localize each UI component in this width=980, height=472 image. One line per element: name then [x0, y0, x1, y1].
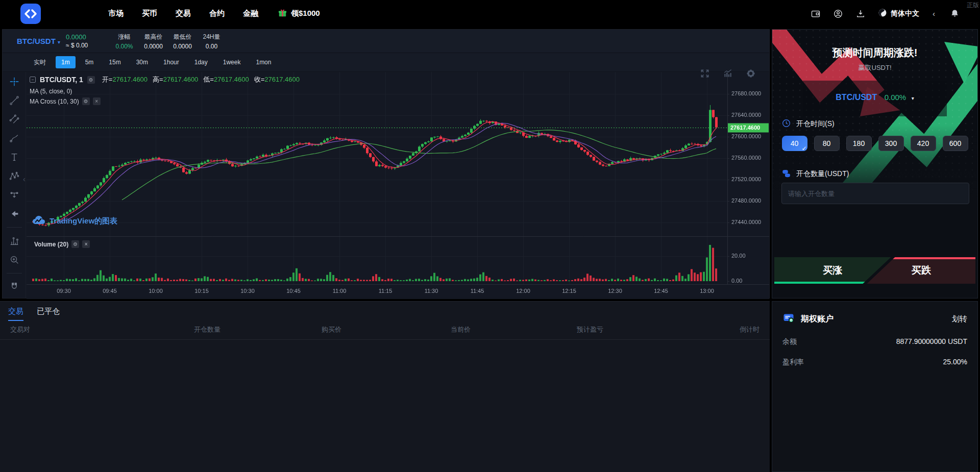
account-rows: 余额8877.90000000 USDT盈利率25.00%	[782, 337, 967, 367]
orders-tab-1[interactable]: 已平仓	[37, 307, 60, 321]
notification-bell-icon[interactable]	[949, 9, 960, 19]
crosshair-icon[interactable]	[9, 76, 20, 87]
orders-tabs: 交易已平仓	[0, 302, 770, 321]
legend-symbol: BTC/USDT, 1	[40, 76, 83, 84]
account-panel: 期权账户 划转 余额8877.90000000 USDT盈利率25.00%	[772, 301, 978, 472]
chart-panel: BTC/USDT ▾ 0.0000 ≈ $ 0.00 涨幅0.00%最高价0.0…	[2, 29, 770, 299]
ticker-bar: BTC/USDT ▾ 0.0000 ≈ $ 0.00 涨幅0.00%最高价0.0…	[3, 30, 769, 53]
language-label: 简体中文	[891, 9, 919, 18]
amount-input[interactable]	[781, 183, 969, 204]
wallet-icon[interactable]	[811, 9, 821, 19]
top-navbar: 市场买币交易合约金融 领$1000 简体中文 ‹	[0, 0, 980, 27]
interval-1m[interactable]: 1m	[56, 56, 76, 68]
pattern-icon[interactable]	[9, 170, 20, 182]
nav-item-0[interactable]: 市场	[108, 9, 124, 18]
stat-value: 0.0000	[168, 43, 197, 50]
time-option-420[interactable]: 420	[911, 136, 936, 151]
magnet-icon[interactable]	[9, 281, 20, 292]
pair-selector[interactable]: BTC/USDT ▾	[17, 37, 66, 45]
nav-item-3[interactable]: 合约	[209, 9, 225, 18]
open-time-label: 开仓时间(S)	[796, 119, 835, 129]
ma-cross-close-icon[interactable]: ×	[93, 97, 101, 105]
account-row-label: 余额	[782, 337, 797, 346]
chart-area: − BTC/USDT, 1 ⚙ 开=27617.4600高=27617.4600…	[3, 72, 769, 298]
text-icon[interactable]	[9, 152, 20, 163]
coins-icon	[781, 168, 791, 180]
time-option-80[interactable]: 80	[814, 136, 840, 151]
bonus-label: 领$1000	[291, 9, 320, 18]
interval-15m[interactable]: 15m	[103, 56, 126, 68]
interval-实时[interactable]: 实时	[28, 56, 52, 69]
time-option-40[interactable]: 40✓	[782, 136, 807, 151]
histogram-icon[interactable]	[9, 235, 20, 246]
attribution-text[interactable]: TradingView的图表	[50, 216, 117, 226]
nav-item-1[interactable]: 买币	[142, 9, 157, 18]
stat-value: 0.0000	[139, 43, 168, 50]
ohlc-value: 低=27617.4600	[203, 75, 249, 84]
ticker-stat-0: 涨幅0.00%	[110, 33, 139, 50]
user-icon[interactable]	[833, 9, 843, 19]
interval-1week[interactable]: 1week	[217, 56, 247, 68]
account-row-value: 25.00%	[943, 358, 967, 367]
interval-30m[interactable]: 30m	[131, 56, 154, 68]
volume-gear-icon[interactable]: ⚙	[71, 240, 79, 248]
interval-1hour[interactable]: 1hour	[158, 56, 185, 68]
volume-label: Volume (20)	[34, 241, 68, 248]
language-selector[interactable]: 简体中文	[878, 8, 919, 19]
ticker-price: 0.0000 ≈ $ 0.00	[66, 33, 96, 49]
interval-1day[interactable]: 1day	[189, 56, 213, 68]
drawing-toolbar	[3, 72, 26, 298]
stat-label: 最低价	[168, 33, 197, 41]
chart-toolbar-right	[700, 68, 756, 79]
arrow-back-icon[interactable]	[9, 208, 20, 219]
zoom-in-icon[interactable]	[9, 254, 20, 265]
download-icon[interactable]	[855, 9, 866, 19]
ticker-stat-3: 24H量0.00	[197, 33, 226, 50]
column-header: 预计盈亏	[577, 325, 730, 334]
price-chart[interactable]	[27, 72, 769, 299]
interval-5m[interactable]: 5m	[80, 56, 100, 68]
panel-pair-selector[interactable]: BTC/USDT 0.00% ▾	[772, 93, 977, 102]
chart-legend: − BTC/USDT, 1 ⚙ 开=27617.4600高=27617.4600…	[30, 75, 300, 105]
nav-item-4[interactable]: 金融	[243, 9, 258, 18]
legend-gear-icon[interactable]: ⚙	[87, 76, 95, 84]
ma-cross-gear-icon[interactable]: ⚙	[82, 97, 90, 105]
forecast-icon[interactable]	[9, 189, 20, 201]
ticker-stat-1: 最高价0.0000	[139, 33, 168, 50]
trading-app: 正版 市场买币交易合约金融 领$1000	[0, 0, 980, 472]
chevron-left-icon[interactable]: ‹	[933, 9, 935, 18]
account-row-label: 盈利率	[782, 358, 804, 367]
channel-icon[interactable]	[9, 114, 20, 125]
navbar-right: 简体中文 ‹	[811, 8, 960, 19]
buy-buttons-row: 买跌 买涨	[774, 257, 975, 284]
stat-value: 0.00	[197, 43, 226, 50]
bonus-button[interactable]: 领$1000	[278, 8, 320, 19]
fullscreen-icon[interactable]	[700, 68, 710, 79]
toolbar-collapse-icon[interactable]: ‹	[23, 175, 26, 183]
interval-1mon[interactable]: 1mon	[250, 56, 277, 68]
trendline-icon[interactable]	[9, 95, 20, 106]
ma-indicator-label: MA (5, close, 0)	[30, 88, 300, 95]
amount-label: 开仓数量(USDT)	[796, 169, 849, 179]
brush-icon[interactable]	[9, 133, 20, 144]
brand-logo[interactable]	[20, 4, 41, 24]
banner-title: 预测时间周期涨跌!	[772, 46, 977, 60]
gear-icon[interactable]	[746, 68, 756, 79]
amount-section: 开仓数量(USDT)	[781, 168, 849, 180]
time-option-600[interactable]: 600	[943, 136, 968, 151]
nav-item-2[interactable]: 交易	[176, 9, 191, 18]
legend-collapse-icon[interactable]: −	[30, 77, 36, 83]
panel-pair: BTC/USDT	[836, 93, 877, 102]
column-header: 购买价	[322, 325, 451, 334]
banner-subtitle: 赢取USDT!	[772, 63, 977, 72]
caret-down-icon: ▾	[912, 95, 914, 101]
orders-tab-0[interactable]: 交易	[8, 307, 23, 321]
transfer-button[interactable]: 划转	[952, 314, 967, 324]
time-option-180[interactable]: 180	[846, 136, 872, 151]
ma-cross-label: MA Cross (10, 30)	[30, 98, 79, 105]
time-option-300[interactable]: 300	[878, 136, 904, 151]
volume-close-icon[interactable]: ×	[82, 240, 90, 248]
stat-label: 涨幅	[110, 33, 139, 41]
toolbar-divider	[7, 273, 22, 274]
indicators-icon[interactable]	[723, 68, 733, 79]
